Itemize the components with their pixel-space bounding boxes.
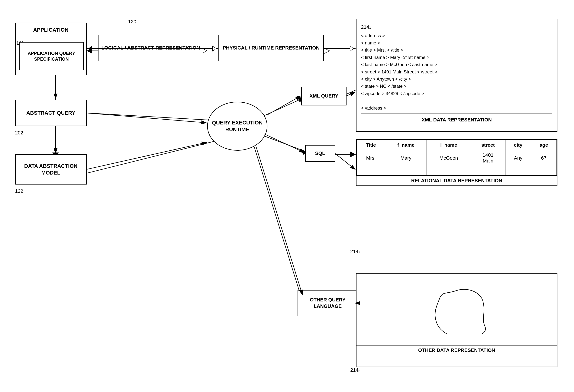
label-202: 202 bbox=[15, 130, 23, 136]
xml-line-10: ... bbox=[361, 97, 552, 104]
svg-line-12 bbox=[87, 141, 215, 173]
diagram: 120 APPLICATION 122 APPLICATION QUERY SP… bbox=[0, 0, 574, 392]
data-abstraction-model-box: DATA ABSTRACTION MODEL bbox=[15, 154, 87, 185]
svg-line-35 bbox=[86, 113, 206, 123]
xml-line-3: < title > Mrs. < /title > bbox=[361, 46, 552, 54]
table-row-empty bbox=[357, 166, 557, 175]
other-data-box: OTHER DATA REPRESENTATION bbox=[356, 273, 557, 367]
blob-svg bbox=[427, 285, 487, 334]
label-132: 132 bbox=[15, 188, 23, 194]
svg-marker-34 bbox=[350, 46, 354, 51]
application-label: APPLICATION bbox=[16, 26, 86, 33]
label-2142: 214₂ bbox=[350, 248, 360, 254]
relational-data-title: RELATIONAL DATA REPRESENTATION bbox=[356, 175, 557, 186]
xml-line-6: < street > 1401 Main Street < /street > bbox=[361, 68, 552, 76]
logical-abstract-box: LOGICAL / ABSTRACT REPRESENTATION bbox=[98, 35, 203, 61]
abstract-query-box: ABSTRACT QUERY bbox=[15, 100, 87, 126]
query-execution-runtime-ellipse: QUERY EXECUTION RUNTIME bbox=[207, 102, 267, 151]
xml-line-4: < first-name > Mary </first-name > bbox=[361, 54, 552, 61]
xml-line-7: < city > Anytown < /city > bbox=[361, 76, 552, 83]
col-age: age bbox=[531, 140, 557, 150]
app-query-spec-box: APPLICATION QUERY SPECIFICATION bbox=[19, 42, 84, 70]
physical-runtime-box: PHYSICAL / RUNTIME REPRESENTATION bbox=[218, 35, 324, 61]
application-box: APPLICATION 122 APPLICATION QUERY SPECIF… bbox=[15, 22, 87, 75]
svg-line-37 bbox=[267, 96, 301, 115]
other-data-title: OTHER DATA REPRESENTATION bbox=[356, 345, 557, 355]
cell-city: Any bbox=[505, 150, 531, 166]
svg-marker-6 bbox=[87, 48, 92, 54]
other-query-language-box: OTHER QUERY LANGUAGE bbox=[298, 290, 358, 316]
svg-marker-32 bbox=[212, 46, 216, 51]
svg-line-22 bbox=[254, 147, 301, 297]
relational-table: Title f_name l_name street city age Mrs.… bbox=[356, 140, 557, 175]
cell-fname: Mary bbox=[385, 150, 427, 166]
cell-age: 67 bbox=[531, 150, 557, 166]
svg-line-41 bbox=[256, 147, 303, 295]
svg-marker-21 bbox=[350, 152, 356, 157]
svg-line-18 bbox=[258, 134, 303, 151]
blob-container bbox=[356, 274, 557, 345]
sql-box: SQL bbox=[305, 145, 335, 162]
table-row: Mrs. Mary McGoon 1401Main Any 67 bbox=[357, 150, 557, 166]
xml-data-box: 214₁ < address > < name > < title > Mrs.… bbox=[356, 19, 557, 132]
svg-line-40 bbox=[335, 153, 355, 169]
label-214n: 214ₙ bbox=[350, 367, 360, 373]
xml-data-label-214: 214₁ bbox=[361, 23, 552, 31]
label-120: 120 bbox=[128, 19, 136, 25]
cell-lname: McGoon bbox=[427, 150, 471, 166]
svg-line-39 bbox=[264, 134, 304, 152]
col-fname: f_name bbox=[385, 140, 427, 150]
xml-line-8: < state > NC < /state > bbox=[361, 83, 552, 90]
cell-street: 1401Main bbox=[471, 150, 505, 166]
svg-line-14 bbox=[262, 100, 299, 117]
xml-query-box: XML QUERY bbox=[301, 87, 347, 105]
svg-marker-9 bbox=[324, 48, 329, 54]
svg-line-36 bbox=[86, 142, 207, 169]
relational-data-box: Title f_name l_name street city age Mrs.… bbox=[356, 139, 557, 186]
col-city: city bbox=[505, 140, 531, 150]
cell-title: Mrs. bbox=[357, 150, 385, 166]
svg-marker-31 bbox=[88, 46, 92, 51]
xml-line-2: < name > bbox=[361, 39, 552, 46]
col-street: street bbox=[471, 140, 505, 150]
xml-line-1: < address > bbox=[361, 32, 552, 39]
xml-line-9: < zipcode > 34829 < /zipcode > bbox=[361, 90, 552, 97]
col-lname: l_name bbox=[427, 140, 471, 150]
xml-line-5: < last-name > McGoon < /last-name > bbox=[361, 61, 552, 68]
svg-line-10 bbox=[87, 113, 217, 121]
xml-line-11: < /address > bbox=[361, 104, 552, 112]
svg-line-38 bbox=[346, 92, 355, 96]
xml-data-title: XML DATA REPRESENTATION bbox=[361, 114, 552, 124]
col-title: Title bbox=[357, 140, 385, 150]
